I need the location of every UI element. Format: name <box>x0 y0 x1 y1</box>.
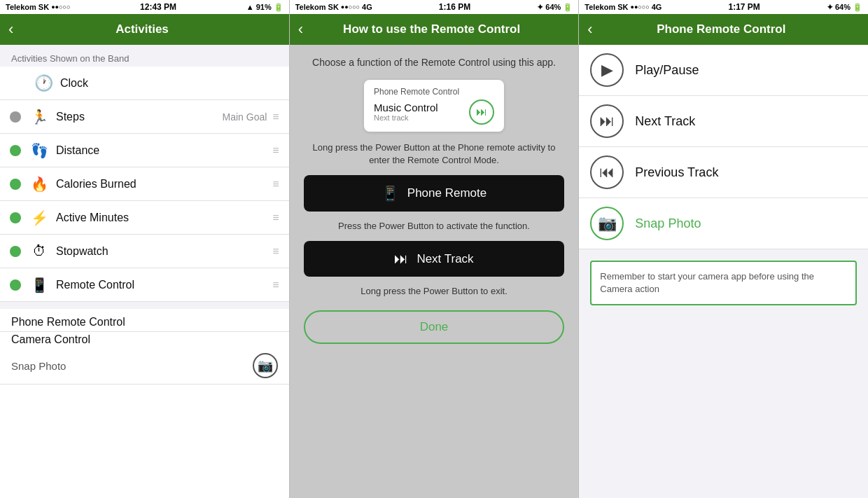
battery-icon-3: 🔋 <box>853 3 862 12</box>
desc-text-1: Long press the Power Button at the Phone… <box>304 141 565 167</box>
list-item-clock[interactable]: 🕐 Clock <box>0 67 289 100</box>
time-2: 1:16 PM <box>439 2 470 12</box>
next-track-btn-icon: ⏭ <box>394 251 408 267</box>
location-icon-1: ▲ <box>246 3 254 11</box>
list-item-stopwatch[interactable]: ⏱ Stopwatch ≡ <box>0 235 289 268</box>
status-right-2: ✦ 64% 🔋 <box>537 3 573 12</box>
snap-photo-item[interactable]: Snap Photo 📷 <box>0 347 289 385</box>
battery-icon-1: 🔋 <box>274 3 284 12</box>
play-pause-icon: ▶ <box>590 53 624 87</box>
carrier-2: Telekom SK <box>295 3 339 11</box>
mini-card-title: Phone Remote Control <box>374 87 494 97</box>
remote-drag[interactable]: ≡ <box>272 279 279 291</box>
distance-label: Distance <box>56 144 272 157</box>
snap-photo-remote-item[interactable]: 📷 Snap Photo <box>579 198 868 249</box>
bt-icon-2: ✦ <box>537 3 543 12</box>
steps-drag[interactable]: ≡ <box>272 111 279 123</box>
next-track-item[interactable]: ⏭ Next Track <box>579 96 868 147</box>
steps-dot <box>10 111 21 123</box>
distance-dot <box>10 145 21 156</box>
desc-text-3: Long press the Power Button to exit. <box>360 285 507 298</box>
mini-card: Phone Remote Control Music Control Next … <box>364 80 504 132</box>
status-left-1: Telekom SK ●●○○○ <box>6 3 70 11</box>
header-2: ‹ How to use the Remote Control <box>290 14 579 45</box>
camera-control-title: Camera Control <box>0 332 289 347</box>
remote-content: ▶ Play/Pause ⏭ Next Track ⏮ Previous Tra… <box>579 45 868 498</box>
stopwatch-icon: ⏱ <box>28 243 50 259</box>
how-to-use-panel: Telekom SK ●●○○○ 4G 1:16 PM ✦ 64% 🔋 ‹ Ho… <box>289 0 579 498</box>
status-bar-2: Telekom SK ●●○○○ 4G 1:16 PM ✦ 64% 🔋 <box>290 0 579 14</box>
done-button[interactable]: Done <box>304 310 565 344</box>
section-header-1: Activities Shown on the Band <box>0 45 289 67</box>
intro-text: Choose a function of the Remote Control … <box>312 56 556 70</box>
header-title-1: Activities <box>19 22 265 36</box>
bt-icon-3: ✦ <box>827 3 833 12</box>
back-button-1[interactable]: ‹ <box>8 22 13 37</box>
prev-track-icon: ⏮ <box>590 155 624 189</box>
mini-card-icon: ⏭ <box>469 99 494 125</box>
header-title-2: How to use the Remote Control <box>309 22 554 36</box>
next-track-label: Next Track <box>635 114 695 129</box>
signal-1: ●●○○○ <box>51 4 70 11</box>
snap-photo-label: Snap Photo <box>11 360 66 372</box>
calories-label: Calories Burned <box>56 178 272 191</box>
remote-icon: 📱 <box>28 277 50 293</box>
phone-remote-btn[interactable]: 📱 Phone Remote <box>304 175 565 212</box>
how-to-content: Choose a function of the Remote Control … <box>290 45 579 498</box>
stopwatch-label: Stopwatch <box>56 245 272 258</box>
calories-icon: 🔥 <box>28 176 50 193</box>
mini-card-name: Music Control <box>374 102 438 113</box>
mini-card-row: Music Control Next track ⏭ <box>374 99 494 125</box>
network-3: 4G <box>652 3 662 11</box>
list-item-distance[interactable]: 👣 Distance ≡ <box>0 134 289 167</box>
snap-photo-remote-label: Snap Photo <box>635 216 701 231</box>
list-item-steps[interactable]: 🏃 Steps Main Goal ≡ <box>0 100 289 134</box>
calories-drag[interactable]: ≡ <box>272 178 279 191</box>
phone-remote-section-title: Phone Remote Control <box>0 309 289 332</box>
calories-dot <box>10 179 21 190</box>
battery-icon-2: 🔋 <box>563 3 573 12</box>
time-3: 1:17 PM <box>729 2 760 12</box>
remote-label: Remote Control <box>56 279 272 291</box>
carrier-3: Telekom SK <box>584 3 628 11</box>
signal-2: ●●○○○ <box>341 4 360 11</box>
network-2: 4G <box>362 3 372 11</box>
active-drag[interactable]: ≡ <box>272 212 279 224</box>
steps-goal: Main Goal <box>223 111 267 123</box>
play-pause-label: Play/Pause <box>635 63 699 78</box>
activities-panel: Telekom SK ●●○○○ 12:43 PM ▲ 91% 🔋 ‹ Acti… <box>0 0 289 498</box>
carrier-1: Telekom SK <box>6 3 49 11</box>
list-item-calories[interactable]: 🔥 Calories Burned ≡ <box>0 167 289 201</box>
header-title-3: Phone Remote Control <box>598 22 844 36</box>
status-bar-1: Telekom SK ●●○○○ 12:43 PM ▲ 91% 🔋 <box>0 0 289 14</box>
status-left-2: Telekom SK ●●○○○ 4G <box>295 3 372 11</box>
distance-drag[interactable]: ≡ <box>272 144 279 157</box>
back-button-3[interactable]: ‹ <box>587 22 592 37</box>
activities-content: Activities Shown on the Band 🕐 Clock 🏃 S… <box>0 45 289 385</box>
back-button-2[interactable]: ‹ <box>298 22 303 37</box>
list-item-remote[interactable]: 📱 Remote Control ≡ <box>0 268 289 302</box>
battery-1: 91% <box>256 3 272 11</box>
next-track-btn-label: Next Track <box>416 252 473 266</box>
clock-icon: 🕐 <box>32 74 55 92</box>
stopwatch-drag[interactable]: ≡ <box>272 245 279 258</box>
battery-3: 64% <box>835 3 850 11</box>
stopwatch-dot <box>10 246 21 257</box>
next-track-btn[interactable]: ⏭ Next Track <box>304 241 565 277</box>
remote-dot <box>10 279 21 291</box>
status-right-3: ✦ 64% 🔋 <box>827 3 862 12</box>
prev-track-item[interactable]: ⏮ Previous Track <box>579 147 868 198</box>
active-dot <box>10 212 21 223</box>
prev-track-label: Previous Track <box>635 165 718 180</box>
list-item-active[interactable]: ⚡ Active Minutes ≡ <box>0 201 289 235</box>
snap-photo-icon: 📷 <box>590 207 624 240</box>
camera-note-box: Remember to start your camera app before… <box>590 261 857 305</box>
mini-card-info: Music Control Next track <box>374 102 438 122</box>
play-pause-item[interactable]: ▶ Play/Pause <box>579 45 868 96</box>
status-left-3: Telekom SK ●●○○○ 4G <box>584 3 662 11</box>
header-1: ‹ Activities <box>0 14 289 45</box>
camera-icon: 📷 <box>253 353 278 378</box>
signal-3: ●●○○○ <box>631 4 650 11</box>
phone-remote-btn-icon: 📱 <box>382 185 399 202</box>
steps-icon: 🏃 <box>28 109 50 125</box>
